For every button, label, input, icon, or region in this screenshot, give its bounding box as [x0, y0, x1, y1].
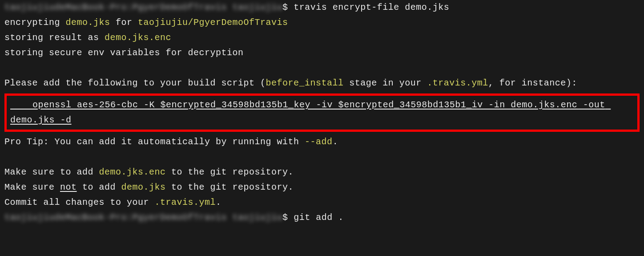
dollar-sign: $ [282, 2, 294, 12]
blank-line [4, 150, 640, 165]
blurred-prompt: taojiujiudeMacBook-Pro:PgyerDemoOfTravis… [4, 2, 282, 12]
blurred-prompt: taojiujiudeMacBook-Pro:PgyerDemoOfTravis… [4, 212, 282, 223]
highlighted-command-box: openssl aes-256-cbc -K $encrypted_34598b… [4, 93, 640, 132]
terminal-output-instruction: Please add the following to your build s… [4, 76, 640, 91]
blank-line [4, 61, 640, 76]
filename: demo.jks [66, 17, 110, 28]
terminal-output-encrypting: encrypting demo.jks for taojiujiu/PgyerD… [4, 15, 640, 30]
terminal-output-commit: Commit all changes to your .travis.yml. [4, 195, 640, 210]
openssl-command: openssl aes-256-cbc -K $encrypted_34598b… [10, 98, 634, 128]
command-input: git add . [294, 212, 344, 223]
filename: demo.jks.enc [105, 33, 171, 43]
terminal-output-add-enc: Make sure to add demo.jks.enc to the git… [4, 165, 640, 180]
stage-name: before_install [266, 78, 344, 88]
terminal-output-not-add: Make sure not to add demo.jks to the git… [4, 180, 640, 195]
repo-name: taojiujiu/PgyerDemoOfTravis [138, 17, 288, 28]
terminal-output-storing-env: storing secure env variables for decrypt… [4, 45, 640, 61]
dollar-sign: $ [282, 212, 294, 223]
config-file: .travis.yml [155, 197, 216, 207]
terminal-output-storing-result: storing result as demo.jks.enc [4, 30, 640, 45]
terminal-output-protip: Pro Tip: You can add it automatically by… [4, 134, 640, 150]
emphasis-not: not [60, 182, 77, 192]
terminal-line-prompt-1: taojiujiudeMacBook-Pro:PgyerDemoOfTravis… [4, 0, 640, 15]
filename: demo.jks [121, 182, 166, 192]
config-file: .travis.yml [427, 78, 488, 88]
flag: --add [305, 137, 333, 147]
terminal-line-prompt-2: taojiujiudeMacBook-Pro:PgyerDemoOfTravis… [4, 210, 640, 225]
filename: demo.jks.enc [99, 167, 166, 177]
command-input: travis encrypt-file demo.jks [294, 2, 449, 12]
